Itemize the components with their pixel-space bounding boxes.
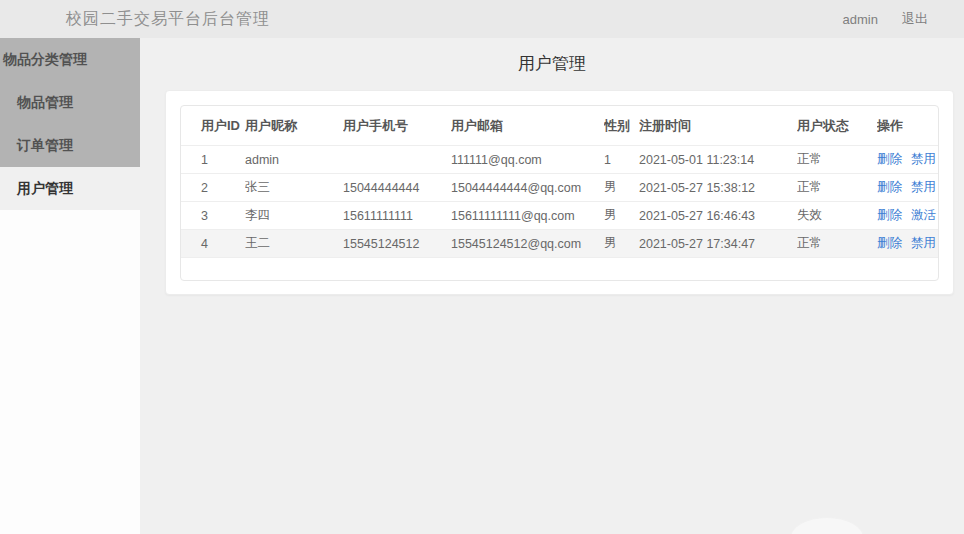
cell-gender: 1 [604, 146, 639, 174]
cell-status: 失效 [797, 202, 877, 230]
cell-gender: 男 [604, 230, 639, 258]
user-table-wrap: 用户ID 用户昵称 用户手机号 用户邮箱 性别 注册时间 用户状态 操作 1 [180, 105, 939, 281]
cell-nickname: admin [245, 146, 343, 174]
sidebar-item-order-management[interactable]: 订单管理 [0, 124, 140, 167]
cell-actions: 删除禁用 [877, 230, 938, 258]
col-header-registered-at: 注册时间 [639, 106, 797, 146]
disable-link[interactable]: 禁用 [911, 152, 936, 166]
disable-link[interactable]: 禁用 [911, 236, 936, 250]
table-row: 3 李四 15611111111 15611111111@qq.com 男 20… [181, 202, 938, 230]
table-row: 1 admin 111111@qq.com 1 2021-05-01 11:23… [181, 146, 938, 174]
col-header-actions: 操作 [877, 106, 938, 146]
cell-phone: 15044444444 [343, 174, 451, 202]
cell-user-id: 1 [181, 146, 245, 174]
cell-nickname: 张三 [245, 174, 343, 202]
cell-email: 15611111111@qq.com [451, 202, 604, 230]
disable-link[interactable]: 禁用 [911, 180, 936, 194]
sidebar-menu-group: 物品分类管理 物品管理 订单管理 [0, 38, 140, 167]
cell-registered-at: 2021-05-27 16:46:43 [639, 202, 797, 230]
col-header-gender: 性别 [604, 106, 639, 146]
delete-link[interactable]: 删除 [877, 180, 902, 194]
table-row: 4 王二 15545124512 15545124512@qq.com 男 20… [181, 230, 938, 258]
table-header-row: 用户ID 用户昵称 用户手机号 用户邮箱 性别 注册时间 用户状态 操作 [181, 106, 938, 146]
cell-phone [343, 146, 451, 174]
delete-link[interactable]: 删除 [877, 152, 902, 166]
cell-actions: 删除禁用 [877, 146, 938, 174]
cell-phone: 15545124512 [343, 230, 451, 258]
col-header-phone: 用户手机号 [343, 106, 451, 146]
cell-email: 111111@qq.com [451, 146, 604, 174]
sidebar: 物品分类管理 物品管理 订单管理 用户管理 [0, 38, 140, 534]
cell-gender: 男 [604, 174, 639, 202]
cell-status: 正常 [797, 230, 877, 258]
col-header-nickname: 用户昵称 [245, 106, 343, 146]
cell-nickname: 王二 [245, 230, 343, 258]
sidebar-item-category-management[interactable]: 物品分类管理 [0, 38, 140, 81]
app-title: 校园二手交易平台后台管理 [66, 9, 270, 30]
cell-status: 正常 [797, 174, 877, 202]
delete-link[interactable]: 删除 [877, 208, 902, 222]
sidebar-item-user-management[interactable]: 用户管理 [0, 167, 140, 210]
cell-actions: 删除禁用 [877, 174, 938, 202]
user-table: 用户ID 用户昵称 用户手机号 用户邮箱 性别 注册时间 用户状态 操作 1 [181, 106, 938, 258]
cell-status: 正常 [797, 146, 877, 174]
cell-registered-at: 2021-05-01 11:23:14 [639, 146, 797, 174]
cell-phone: 15611111111 [343, 202, 451, 230]
logout-link[interactable]: 退出 [902, 10, 928, 28]
cell-user-id: 4 [181, 230, 245, 258]
cell-gender: 男 [604, 202, 639, 230]
cell-actions: 删除激活 [877, 202, 938, 230]
table-row: 2 张三 15044444444 15044444444@qq.com 男 20… [181, 174, 938, 202]
cell-registered-at: 2021-05-27 15:38:12 [639, 174, 797, 202]
cell-registered-at: 2021-05-27 17:34:47 [639, 230, 797, 258]
user-table-card: 用户ID 用户昵称 用户手机号 用户邮箱 性别 注册时间 用户状态 操作 1 [165, 90, 954, 295]
cell-user-id: 3 [181, 202, 245, 230]
activate-link[interactable]: 激活 [911, 208, 936, 222]
cell-email: 15545124512@qq.com [451, 230, 604, 258]
cell-user-id: 2 [181, 174, 245, 202]
header-username: admin [843, 12, 878, 27]
page-title: 用户管理 [140, 51, 964, 77]
col-header-email: 用户邮箱 [451, 106, 604, 146]
app-header: 校园二手交易平台后台管理 admin 退出 [0, 0, 964, 38]
sidebar-item-item-management[interactable]: 物品管理 [0, 81, 140, 124]
cell-nickname: 李四 [245, 202, 343, 230]
delete-link[interactable]: 删除 [877, 236, 902, 250]
header-right: admin 退出 [843, 10, 928, 28]
cell-email: 15044444444@qq.com [451, 174, 604, 202]
col-header-user-id: 用户ID [181, 106, 245, 146]
layout: 物品分类管理 物品管理 订单管理 用户管理 用户管理 用户ID 用户昵称 [0, 38, 964, 534]
col-header-status: 用户状态 [797, 106, 877, 146]
main-content: 用户管理 用户ID 用户昵称 用户手机号 用户邮箱 性别 [140, 38, 964, 534]
